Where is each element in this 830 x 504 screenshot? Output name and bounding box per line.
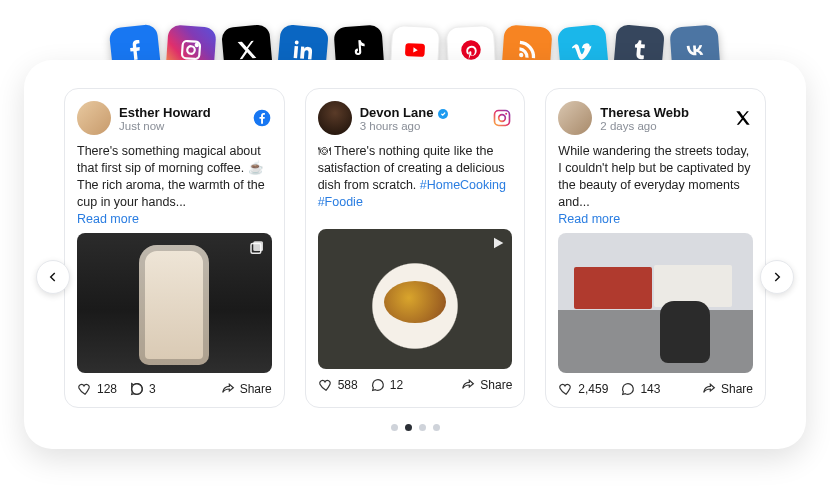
svg-point-2	[196, 44, 198, 46]
comment-button[interactable]: 3	[129, 381, 156, 397]
author-name[interactable]: Devon Lane	[360, 105, 434, 120]
post-image[interactable]	[558, 233, 753, 373]
post-image[interactable]	[77, 233, 272, 373]
author-name[interactable]: Esther Howard	[119, 105, 211, 120]
svg-point-4	[295, 40, 299, 44]
svg-rect-12	[495, 111, 510, 126]
share-button[interactable]: Share	[460, 377, 512, 393]
read-more-link[interactable]: Read more	[77, 211, 272, 228]
post-body: There's something magical about that fir…	[77, 143, 272, 227]
dot-active[interactable]	[405, 424, 412, 431]
post-card: Devon Lane 3 hours ago 🍽 There's nothing…	[305, 88, 526, 408]
post-card: Theresa Webb 2 days ago While wandering …	[545, 88, 766, 408]
like-button[interactable]: 2,459	[558, 381, 608, 397]
share-button[interactable]: Share	[701, 381, 753, 397]
svg-point-13	[499, 115, 506, 122]
instagram-icon	[492, 108, 512, 128]
svg-point-11	[438, 109, 448, 119]
post-body: While wandering the streets today, I cou…	[558, 143, 753, 227]
comment-button[interactable]: 12	[370, 377, 403, 393]
post-time: 2 days ago	[600, 120, 725, 132]
feed-row: Esther Howard Just now There's something…	[64, 88, 766, 408]
next-button[interactable]	[760, 260, 794, 294]
svg-point-1	[187, 46, 195, 54]
read-more-link[interactable]: Read more	[558, 211, 753, 228]
dot[interactable]	[433, 424, 440, 431]
like-button[interactable]: 128	[77, 381, 117, 397]
post-image[interactable]	[318, 229, 513, 369]
avatar[interactable]	[77, 101, 111, 135]
x-icon	[733, 108, 753, 128]
play-icon	[490, 235, 506, 255]
feed-panel: Esther Howard Just now There's something…	[24, 60, 806, 449]
avatar[interactable]	[318, 101, 352, 135]
author-name[interactable]: Theresa Webb	[600, 105, 689, 120]
post-body: 🍽 There's nothing quite like the satisfa…	[318, 143, 513, 223]
svg-rect-3	[294, 46, 298, 58]
post-card: Esther Howard Just now There's something…	[64, 88, 285, 408]
svg-point-7	[519, 53, 524, 58]
svg-point-6	[461, 40, 481, 60]
carousel-icon	[248, 239, 266, 261]
like-button[interactable]: 588	[318, 377, 358, 393]
post-time: Just now	[119, 120, 244, 132]
svg-rect-9	[253, 242, 263, 252]
dot[interactable]	[419, 424, 426, 431]
comment-button[interactable]: 143	[620, 381, 660, 397]
post-time: 3 hours ago	[360, 120, 485, 132]
verified-icon	[437, 106, 449, 118]
share-button[interactable]: Share	[220, 381, 272, 397]
svg-point-14	[506, 113, 508, 115]
dot[interactable]	[391, 424, 398, 431]
avatar[interactable]	[558, 101, 592, 135]
pagination-dots[interactable]	[64, 424, 766, 431]
facebook-icon	[252, 108, 272, 128]
prev-button[interactable]	[36, 260, 70, 294]
